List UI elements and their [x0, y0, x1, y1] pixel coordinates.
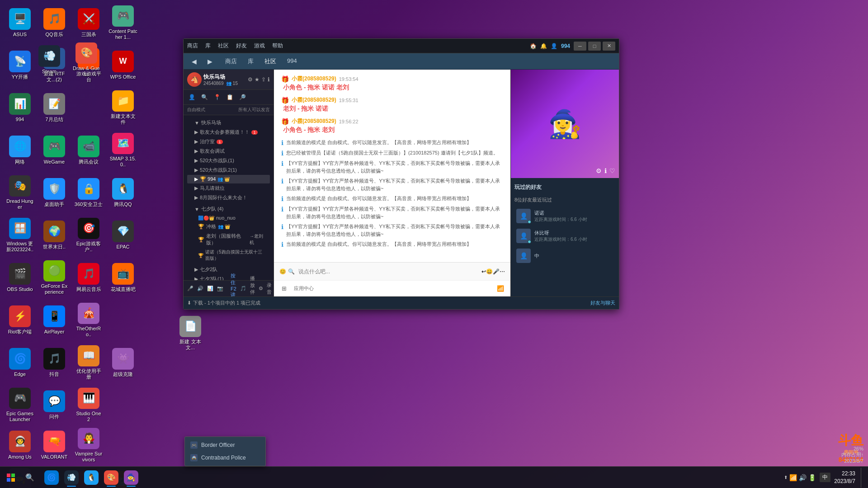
yy-location-icon[interactable]: 📍 [212, 92, 222, 103]
yy-search2-icon[interactable]: 🔎 [237, 92, 248, 103]
desktop-icon-clone[interactable]: 👾 超级克隆 [107, 343, 139, 382]
desktop-icon-worlds-end[interactable]: 🌍 世界末日.. [38, 216, 71, 254]
yy-info-icon[interactable]: ℹ [268, 76, 270, 83]
taskbar-witch-it[interactable]: 🧙 [121, 468, 141, 488]
minimize-button[interactable]: ─ [574, 42, 586, 51]
channel-item-zhiliao[interactable]: ▶ 治疗室 1 [187, 137, 270, 146]
clock-area[interactable]: 22:33 2023/8/7 [834, 470, 855, 485]
yy-search-icon[interactable]: 🔍 [199, 92, 210, 103]
channel-item-nuonuo[interactable]: 🟦🔴👑 nuo_nuo [187, 214, 270, 222]
art-settings-icon[interactable]: ⚙ [596, 167, 602, 174]
desktop-icon-july[interactable]: 📝 7月总结 [38, 89, 71, 127]
desktop-icon-netease[interactable]: 🎵 网易云音乐 [72, 258, 105, 297]
chat-emoji-icon[interactable]: 😊 [279, 268, 286, 275]
desktop-icon-draw-guess[interactable]: 🎨 Draw & Guess [70, 41, 103, 79]
friend-item-nuonuo[interactable]: 👤 诺诺 近距离游戏时间：6.6 小时 [514, 207, 615, 225]
yy-f2-btn[interactable]: 按住F2讲话 [231, 272, 236, 297]
chat-send-icon[interactable]: ↩ [481, 268, 486, 275]
desktop-icon-qq-browser[interactable]: 🐧 腾讯QQ [107, 174, 139, 212]
desktop-icon-wps[interactable]: W WPS Office [107, 46, 139, 84]
channel-item-994[interactable]: ▶ 🏆 994 👥 👑 [187, 175, 270, 183]
desktop-icon-huacheng[interactable]: 📺 花城直播吧 [107, 258, 139, 297]
chat-input[interactable] [298, 268, 481, 275]
close-button[interactable]: ✕ [603, 42, 615, 51]
steam-menu-community[interactable]: 社区 [218, 42, 229, 50]
steam-menu-games[interactable]: 游戏 [254, 42, 265, 50]
yy-channel-icon[interactable]: 📋 [224, 92, 235, 103]
input-language[interactable]: 中 [820, 473, 830, 482]
channel-item-520-1[interactable]: ▶ 520大作战队(1) [187, 156, 270, 165]
friend-item-xiubi[interactable]: 👤 休比呀 近距离游戏时间：6.6 小时 [514, 227, 615, 245]
yy-play-icon[interactable]: 播放伴奏 [250, 275, 255, 297]
steam-notification-icon[interactable]: 🔔 [540, 43, 547, 49]
channel-item-520-2[interactable]: ▶ 520大作战队2(1) [187, 165, 270, 175]
chat-mic-icon[interactable]: 🎤 [493, 268, 500, 275]
desktop-icon-douyin[interactable]: 🎵 抖音 [38, 343, 71, 382]
desktop-icon-among-us[interactable]: 👨‍🚀 Among Us [4, 426, 36, 465]
yy-volume-btn[interactable]: 🔊 [197, 286, 203, 291]
nav-tab-store[interactable]: 商店 [221, 56, 241, 67]
desktop-icon-theothero[interactable]: 🎪 TheOtherRo.. [72, 301, 105, 339]
desktop-icon-994[interactable]: 📊 994 [4, 89, 36, 127]
desktop-icon-tencent-meeting[interactable]: 📹 腾讯会议 [72, 131, 105, 169]
taskbar-steam[interactable]: 💨 [61, 468, 81, 488]
channel-item-qixi3[interactable]: ▶ 七夕3队(1) [187, 274, 270, 280]
chat-apps-btn[interactable]: ⊞ [278, 282, 290, 295]
dropdown-item-contraband[interactable]: 🚔 Contraband Police [185, 451, 265, 464]
desktop-icon-qqmusic[interactable]: 🎵 QQ音乐 [38, 4, 71, 42]
friend-item-zhong[interactable]: 👤 中 [514, 247, 615, 265]
art-heart-icon[interactable]: ♡ [609, 167, 615, 174]
yy-settings-icon[interactable]: ⚙ [248, 76, 253, 83]
yy-music-icon[interactable]: 🎵 [240, 286, 246, 291]
yy-share-icon[interactable]: ⇪ [261, 76, 266, 83]
tray-expand-icon[interactable]: ⬆ [784, 475, 788, 480]
desktop-icon-vampire[interactable]: 🧛 Vampire Survivors [72, 426, 105, 465]
yy-equalizer-icon[interactable]: 📊 [207, 286, 213, 291]
nav-tab-community[interactable]: 社区 [260, 56, 281, 67]
friends-chat-btn[interactable]: 好友与聊天 [590, 300, 615, 306]
taskbar-search-button[interactable]: 🔍 [22, 467, 38, 488]
chat-more-icon[interactable]: ⋯ [500, 268, 505, 275]
desktop-icon-studio-one[interactable]: 🎹 Studio One 2 [72, 386, 105, 424]
desktop-icon-windows-update[interactable]: 🪟 Windows 更新2023224.. [4, 216, 36, 254]
channel-item-gesong[interactable]: ▶ 歌友大会参赛频道！！ 1 [187, 127, 270, 137]
steam-menu-friends[interactable]: 好友 [236, 42, 247, 50]
taskbar-qq[interactable]: 🐧 [81, 468, 101, 488]
tray-battery-icon[interactable]: 🔋 [808, 474, 816, 481]
yy-record-icon[interactable]: 录音 [267, 282, 272, 296]
chat-emotion-icon[interactable]: 😄 [486, 268, 493, 275]
desktop-icon-content-patcher[interactable]: 🎮 Content Patcher 1... [107, 4, 139, 42]
desktop-icon-epac[interactable]: 💎 EPAC [107, 216, 139, 254]
channel-item-maer[interactable]: ▶ 马儿请就位 [187, 183, 270, 193]
desktop-icon-epic-games2[interactable]: 🎮 Epic Games Launcher [4, 386, 36, 424]
dropdown-item-border-officer[interactable]: 🎮 Border Officer [185, 439, 265, 451]
nav-tab-library[interactable]: 库 [243, 56, 258, 67]
tray-sound-icon[interactable]: 🔊 [799, 474, 807, 481]
taskbar-start-button[interactable] [0, 467, 22, 488]
steam-home-icon[interactable]: 🏠 [530, 43, 537, 49]
nav-tab-id[interactable]: 994 [283, 56, 302, 67]
desktop-icon-geforce[interactable]: 🟢 GeForce Experience [38, 258, 71, 297]
yy-mic-btn[interactable]: 🎤 [187, 286, 193, 291]
channel-item-tiaosu[interactable]: ▶ 歌友会调试 [187, 146, 270, 156]
desktop-icon-smap[interactable]: 🗺️ SMAP 3.15.0.. [107, 131, 139, 169]
desktop-icon-asus[interactable]: 🖥️ ASUS [4, 4, 36, 42]
yy-settings2-icon[interactable]: ⚙ [259, 286, 263, 291]
steam-menu-store[interactable]: 商店 [187, 42, 198, 50]
desktop-icon-network[interactable]: 🌐 网络 [4, 131, 36, 169]
taskbar-draw-guess[interactable]: 🎨 [101, 468, 121, 488]
channel-item-nuonuo2[interactable]: 🏆 诺诺（5跑自摸国士无双十三面版） [187, 248, 270, 263]
channel-item-chong[interactable]: 🏆 冲格 👥 👑 [187, 222, 270, 231]
desktop-icon-dread-hunger[interactable]: 🎭 Dread Hunger [4, 174, 36, 212]
steam-menu-help[interactable]: 帮助 [272, 42, 283, 50]
desktop-icon-sanguosha[interactable]: ⚔️ 三国杀 [72, 4, 105, 42]
nav-back-button[interactable]: ◀ [189, 56, 199, 67]
desktop-icon-optimize-user[interactable]: 📖 优化使用手册 [72, 343, 105, 382]
desktop-icon-360safe[interactable]: 🔒 360安全卫士 [72, 174, 105, 212]
download-status[interactable]: ⬇ 下载 - 1个项目中的 1 项已完成 [187, 300, 260, 306]
channel-item-8yue[interactable]: ▶ 8月国际什么来大会！ [187, 193, 270, 202]
desktop-icon-wegame[interactable]: 🎮 WeGame [38, 131, 71, 169]
art-info-icon[interactable]: ℹ [604, 167, 607, 174]
desktop-icon-epic-games[interactable]: 🎯 Epic游戏客户.. [72, 216, 105, 254]
desktop-icon-steam[interactable]: 💨 Steam [33, 41, 66, 79]
